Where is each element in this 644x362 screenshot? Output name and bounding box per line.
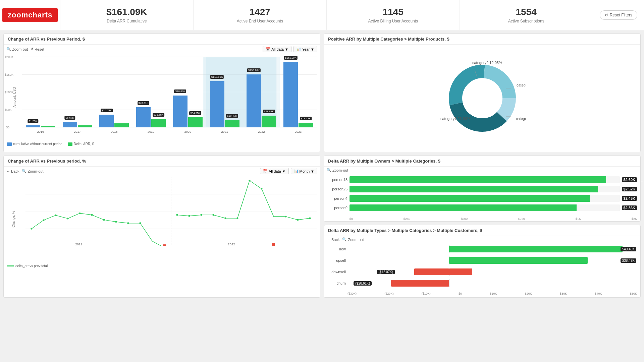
- x-label-2016: 2016: [37, 130, 44, 133]
- bar-2022: $132.28K $28.81K: [247, 74, 276, 127]
- bar-group-2019: $45.31K $33.55K 2019: [132, 57, 169, 127]
- new-tooltip: $49.46K: [621, 247, 636, 251]
- zoom-out-icon2: 🔍: [22, 169, 26, 173]
- bar-green-2023: $18.33K: [299, 123, 313, 127]
- zoom-out-icon3: 🔍: [327, 168, 331, 172]
- back-types[interactable]: ← Back: [327, 238, 339, 242]
- kpi-subscriptions-label: Active Subscriptions: [508, 19, 544, 23]
- donut-label-cat3: category3 34.53%: [517, 83, 526, 87]
- bar-blue-2016: $1.23K: [26, 125, 40, 127]
- x-label-2019: 2019: [148, 130, 154, 133]
- tooltip-green-2021: $18.47K: [226, 114, 238, 118]
- bar-row-downsell: downsell ($12.07K): [327, 268, 637, 276]
- zoom-out-types[interactable]: 🔍 Zoom-out: [342, 237, 364, 242]
- kpi-billing-users-value: 1145: [383, 7, 404, 17]
- bar-icon2: 📊: [294, 169, 299, 173]
- zoom-out-owners[interactable]: 🔍 Zoom-out: [327, 168, 348, 172]
- dot-oct21: [139, 222, 141, 224]
- delta-types-title: Delta ARR by Multiple Types > Multiple C…: [324, 225, 640, 236]
- tooltip-2018: $25.65K: [101, 109, 113, 112]
- year-label: Year: [302, 47, 310, 51]
- tooltip-2016: $1.23K: [28, 119, 38, 123]
- zoom-out-button2[interactable]: 🔍 Zoom-out: [22, 169, 43, 173]
- bar-2016: $1.23K: [26, 125, 55, 127]
- person13-bar-bg: [350, 176, 620, 183]
- month-label: Month: [300, 169, 310, 173]
- zoom-out-button[interactable]: 🔍 Zoom-out: [6, 47, 28, 51]
- donut-title: Positive ARR by Multiple Categories > Mu…: [324, 34, 640, 45]
- bar-2017: $6.67K: [63, 122, 92, 127]
- logo-area: zoomcharts: [0, 0, 60, 30]
- bar-dec-2021: [163, 244, 166, 246]
- zoom-out-owners-label: Zoom-out: [332, 168, 348, 172]
- person4-bar-fill: [350, 195, 590, 202]
- dot-apr21: [67, 218, 68, 220]
- bar-group-2018: $25.65K 2018: [96, 57, 133, 127]
- dashboard-body: Change of ARR vs Previous Period, $ 🔍 Zo…: [0, 30, 644, 301]
- donut-label-cat2: category2 12.05%: [472, 61, 502, 65]
- legend-green-color: [68, 142, 72, 146]
- downsell-label: downsell: [327, 270, 346, 274]
- bar-green-2021: $18.47K: [225, 120, 239, 127]
- reset-icon: ↺: [605, 13, 608, 17]
- types-x-20k: ($20K): [384, 292, 393, 295]
- back-button[interactable]: ← Back: [6, 169, 19, 173]
- arr-bar-title: Change of ARR vs Previous Period, $: [4, 34, 320, 45]
- person13-label: person13: [327, 178, 347, 182]
- new-bar-area: $49.46K: [348, 245, 637, 253]
- donut-label-cat4: category4 29.53%: [516, 117, 526, 121]
- y-axis-label: Amount, USD: [13, 87, 16, 107]
- bar-2021: $113.81K $18.47K: [210, 81, 239, 127]
- person9-bar-fill: ⌄: [350, 204, 577, 211]
- x-label-2021: 2021: [221, 130, 228, 133]
- line-2021: [32, 213, 164, 246]
- all-data-dropdown2[interactable]: 📅 All data ▼: [260, 168, 289, 174]
- calendar-icon2: 📅: [263, 169, 268, 173]
- arr-pct-panel: Change of ARR vs Previous period, % ← Ba…: [3, 156, 320, 298]
- legend-blue: cumulative without current period: [7, 142, 62, 146]
- bar-sep-2022: [272, 243, 275, 246]
- bar-blue-2018: $25.65K: [99, 115, 114, 127]
- bar-group-2017: $6.67K 2017: [59, 57, 96, 127]
- tooltip-2019: $45.31K: [138, 101, 150, 105]
- y-label-200k: $200K: [5, 55, 13, 59]
- dot-feb21: [43, 219, 44, 221]
- types-x-10k: ($10K): [422, 292, 431, 295]
- arr-pct-legend-label: delta_arr vs prev total: [15, 264, 48, 268]
- x-250: $250: [404, 217, 410, 221]
- dot-aug21: [115, 221, 117, 223]
- reset-filters-button[interactable]: ↺ Reset Filters: [600, 10, 637, 20]
- bar-row-upsell: upsell $38.49K: [327, 256, 637, 264]
- bar-blue-2023: $161.09K: [283, 62, 298, 127]
- dot-mar21: [55, 215, 56, 216]
- dot-nov22: [297, 219, 299, 221]
- bar-row-person9: person9 ⌄ $2.36K: [327, 204, 637, 211]
- dot-dec22: [309, 218, 311, 219]
- tooltip-green-2023: $18.33K: [300, 117, 312, 120]
- bar-row-new: new $49.46K: [327, 245, 637, 253]
- arr-bar-chart-container: Amount, USD $0 $50K $100K $150K $200K: [4, 54, 320, 141]
- line-chart-svg: 1.00% 2.00% 3.00% 4.00% 0.00% 2021 2022 …: [25, 177, 317, 246]
- kpi-billing-users: 1145 Active Billing User Accounts: [327, 0, 460, 30]
- month-dropdown[interactable]: 📊 Month ▼: [291, 168, 317, 174]
- bar-group-2021: $113.81K $18.47K 2021: [206, 57, 243, 127]
- reset-button[interactable]: ↺ Reset: [31, 47, 44, 51]
- chevron-down-icon4: ▼: [311, 169, 314, 173]
- logo: zoomcharts: [2, 8, 58, 22]
- top-bar: zoomcharts $161.09K Delta ARR Cumulative…: [0, 0, 644, 30]
- year-dropdown[interactable]: 📊 Year ▼: [293, 46, 317, 52]
- dot-jul22: [249, 180, 250, 181]
- bars-area: $1.23K 2016 $6.67K 2017: [22, 57, 317, 127]
- types-x-30k-pos: $30K: [560, 292, 567, 295]
- kpi-delta-arr-label: Delta ARR Cumulative: [107, 19, 147, 23]
- x-500: $500: [461, 217, 468, 221]
- all-data-dropdown[interactable]: 📅 All data ▼: [263, 46, 291, 52]
- upsell-label: upsell: [327, 258, 346, 262]
- bar-green-2017: [78, 125, 92, 127]
- donut-svg: category2 12.05% category3 34.53% catego…: [439, 55, 526, 142]
- dot-jan22: [176, 214, 178, 216]
- svg-text:2021: 2021: [75, 243, 82, 246]
- delta-owners-title: Delta ARR by Multiple Owners > Multiple …: [324, 156, 640, 167]
- delta-owners-panel: Delta ARR by Multiple Owners > Multiple …: [324, 156, 641, 222]
- zero-line-churn: [449, 279, 449, 287]
